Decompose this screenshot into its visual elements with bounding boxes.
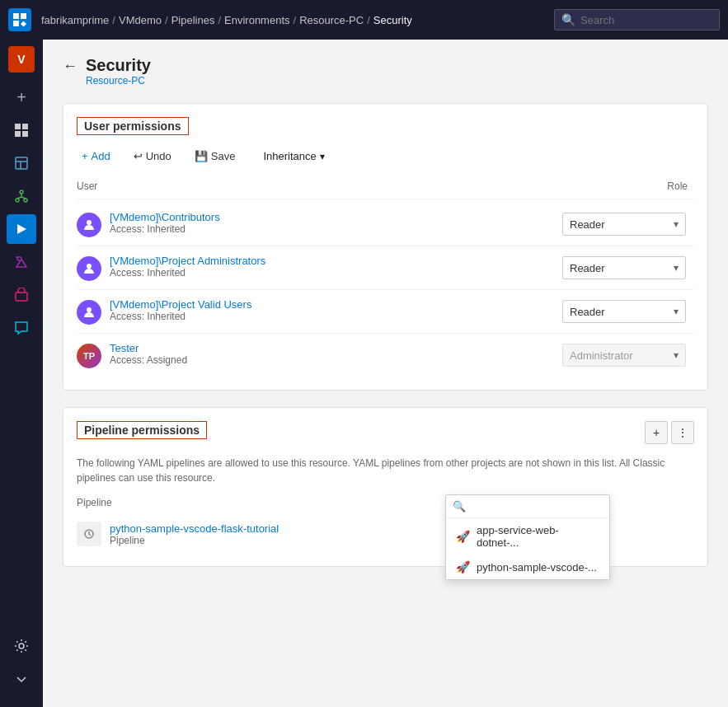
role-cell-3: Administrator ▾ xyxy=(562,344,694,367)
undo-label: Undo xyxy=(146,150,171,162)
pipeline-name[interactable]: python-sample-vscode-flask-tutorial xyxy=(110,522,279,535)
sidebar: V + xyxy=(0,40,43,707)
user-name-3[interactable]: Tester xyxy=(110,342,187,354)
user-name-2[interactable]: [VMdemo]\Project Valid Users xyxy=(110,298,251,311)
add-button[interactable]: + Add xyxy=(77,147,115,166)
save-button[interactable]: 💾 Save xyxy=(190,147,241,166)
breadcrumb-sep-2: / xyxy=(218,14,221,26)
undo-icon: ↩ xyxy=(134,150,143,162)
table-row: TP Tester Access: Assigned Administrator… xyxy=(77,334,694,377)
dropdown-item-0[interactable]: 🚀 app-service-web-dotnet-... xyxy=(446,518,609,555)
sidebar-item-artifacts[interactable] xyxy=(7,280,36,310)
svg-rect-3 xyxy=(22,131,28,137)
svg-point-16 xyxy=(87,220,92,225)
role-dropdown-1[interactable]: Reader ▾ xyxy=(562,256,686,279)
content-area: ← Security Resource-PC User permissions … xyxy=(43,40,728,707)
save-icon: 💾 xyxy=(195,150,208,162)
user-access-2: Access: Inherited xyxy=(110,311,251,322)
svg-rect-0 xyxy=(15,124,21,129)
chevron-icon-1: ▾ xyxy=(674,262,679,274)
user-name-1[interactable]: [VMdemo]\Project Administrators xyxy=(110,255,265,267)
svg-marker-13 xyxy=(17,224,26,234)
sidebar-item-add[interactable]: + xyxy=(7,82,36,112)
sidebar-item-boards[interactable] xyxy=(7,148,36,178)
pipeline-type: Pipeline xyxy=(110,535,279,546)
pipeline-more-button[interactable]: ⋮ xyxy=(671,421,694,444)
breadcrumb-sep-0: / xyxy=(112,14,115,26)
dropdown-item-label-1: python-sample-vscode-... xyxy=(477,561,597,574)
col-role-header: Role xyxy=(667,180,688,192)
dropdown-item-1[interactable]: 🚀 python-sample-vscode-... xyxy=(446,555,609,579)
pipeline-permissions-title: Pipeline permissions xyxy=(77,421,207,439)
user-access-0: Access: Inherited xyxy=(110,223,220,235)
avatar-2 xyxy=(77,300,101,325)
undo-button[interactable]: ↩ Undo xyxy=(129,147,176,166)
user-info-0: [VMdemo]\Contributors Access: Inherited xyxy=(110,211,220,235)
main-layout: V + xyxy=(0,40,728,707)
table-row: [VMdemo]\Project Valid Users Access: Inh… xyxy=(77,290,694,334)
user-cell-1: [VMdemo]\Project Administrators Access: … xyxy=(77,255,562,281)
user-avatar[interactable]: V xyxy=(8,46,35,73)
table-row: [VMdemo]\Contributors Access: Inherited … xyxy=(77,203,694,246)
breadcrumb-vmdemo[interactable]: VMdemo xyxy=(119,14,162,26)
pipeline-title-area: Pipeline permissions xyxy=(77,421,645,451)
role-value-2: Reader xyxy=(570,306,605,318)
back-button[interactable]: ← xyxy=(63,58,77,75)
breadcrumb-environments[interactable]: Environments xyxy=(224,14,289,26)
breadcrumb-sep-3: / xyxy=(294,14,297,26)
role-dropdown-3[interactable]: Administrator ▾ xyxy=(562,344,686,367)
user-cell-0: [VMdemo]\Contributors Access: Inherited xyxy=(77,211,562,237)
inheritance-label: Inheritance xyxy=(263,150,316,162)
search-box[interactable]: 🔍 xyxy=(554,9,720,30)
avatar-1 xyxy=(77,256,101,281)
user-info-1: [VMdemo]\Project Administrators Access: … xyxy=(110,255,265,279)
add-label: Add xyxy=(92,150,110,162)
pipeline-description: The following YAML pipelines are allowed… xyxy=(77,456,694,485)
svg-point-8 xyxy=(16,199,19,202)
breadcrumb-resource-pc[interactable]: Resource-PC xyxy=(299,14,364,26)
sidebar-item-test[interactable] xyxy=(7,247,36,277)
svg-point-15 xyxy=(19,644,24,648)
role-value-3: Administrator xyxy=(570,349,633,362)
user-name-0[interactable]: [VMdemo]\Contributors xyxy=(110,211,220,223)
sidebar-item-pipelines[interactable] xyxy=(7,214,36,244)
svg-point-17 xyxy=(87,264,92,269)
avatar-0 xyxy=(77,213,101,237)
chevron-icon-3: ▾ xyxy=(674,349,679,361)
sidebar-item-settings[interactable] xyxy=(7,631,36,661)
breadcrumb-security: Security xyxy=(373,14,412,26)
chevron-icon-0: ▾ xyxy=(674,218,679,230)
sidebar-item-overview[interactable] xyxy=(7,115,36,145)
chevron-down-icon: ▾ xyxy=(320,151,325,162)
avatar-3: TP xyxy=(77,344,101,368)
pipeline-add-button[interactable]: + xyxy=(645,421,668,444)
dropdown-search-input[interactable] xyxy=(471,500,603,513)
user-info-2: [VMdemo]\Project Valid Users Access: Inh… xyxy=(110,298,251,322)
pipeline-item-icon-1: 🚀 xyxy=(456,560,470,574)
pipeline-search-dropdown: 🔍 🚀 app-service-web-dotnet-... 🚀 python-… xyxy=(445,494,610,580)
breadcrumb-pipelines[interactable]: Pipelines xyxy=(171,14,215,26)
sidebar-item-repos[interactable] xyxy=(7,181,36,211)
inheritance-button[interactable]: Inheritance ▾ xyxy=(256,147,331,166)
role-value-1: Reader xyxy=(570,262,605,274)
table-header: User Role xyxy=(77,177,694,199)
svg-point-18 xyxy=(87,307,92,312)
sidebar-item-expand[interactable] xyxy=(7,664,36,694)
table-row: [VMdemo]\Project Administrators Access: … xyxy=(77,246,694,290)
chevron-icon-2: ▾ xyxy=(674,306,679,317)
page-subtitle[interactable]: Resource-PC xyxy=(86,75,151,87)
breadcrumb: fabrikamprime / VMdemo / Pipelines / Env… xyxy=(41,14,412,26)
dropdown-search-icon: 🔍 xyxy=(453,500,466,513)
user-permissions-card: User permissions + Add ↩ Undo 💾 Save Inh… xyxy=(63,103,708,391)
app-logo[interactable] xyxy=(8,8,31,31)
sidebar-item-chat[interactable] xyxy=(7,313,36,343)
role-cell-2: Reader ▾ xyxy=(562,300,694,323)
user-cell-2: [VMdemo]\Project Valid Users Access: Inh… xyxy=(77,298,562,325)
search-input[interactable] xyxy=(580,14,712,26)
role-dropdown-2[interactable]: Reader ▾ xyxy=(562,300,686,323)
role-dropdown-0[interactable]: Reader ▾ xyxy=(562,213,686,236)
dropdown-search-area[interactable]: 🔍 xyxy=(446,495,609,518)
breadcrumb-fabrikamprime[interactable]: fabrikamprime xyxy=(41,14,109,26)
user-info-3: Tester Access: Assigned xyxy=(110,342,187,366)
dropdown-item-label-0: app-service-web-dotnet-... xyxy=(477,524,599,549)
